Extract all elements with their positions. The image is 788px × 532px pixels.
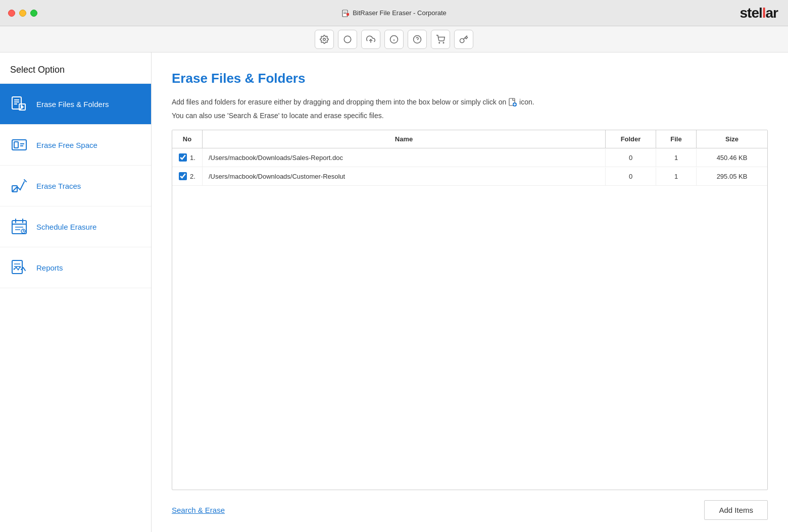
sidebar-item-label: Schedule Erasure <box>36 223 96 231</box>
svg-point-5 <box>344 36 351 43</box>
key-button[interactable] <box>454 30 473 49</box>
svg-point-4 <box>323 38 326 40</box>
erase-traces-icon <box>10 177 28 195</box>
maximize-button[interactable] <box>30 10 37 17</box>
refresh-button[interactable] <box>338 30 357 49</box>
svg-point-40 <box>16 267 17 269</box>
row2-no: 2. <box>172 167 203 185</box>
sidebar-item-label: Erase Free Space <box>36 141 97 149</box>
col-no: No <box>172 130 203 148</box>
sidebar-item-label: Reports <box>36 263 63 272</box>
erase-files-icon <box>10 95 28 113</box>
cart-button[interactable] <box>431 30 450 49</box>
table-row: 1. /Users/macbook/Downloads/Sales-Report… <box>172 148 767 167</box>
sidebar: Select Option Erase Files & Folders <box>0 52 152 532</box>
upload-button[interactable] <box>361 30 380 49</box>
add-items-button[interactable]: Add Items <box>704 500 768 520</box>
file-table: No Name Folder File Size 1. /Users/macbo… <box>172 130 768 490</box>
sidebar-item-erase-free-space[interactable]: Erase Free Space <box>0 125 151 166</box>
page-title: Erase Files & Folders <box>172 71 768 86</box>
sidebar-item-reports[interactable]: Reports <box>0 247 151 288</box>
col-name: Name <box>203 130 606 148</box>
svg-rect-14 <box>12 97 21 109</box>
row2-size: 295.05 KB <box>697 168 767 185</box>
schedule-erasure-icon <box>10 218 28 236</box>
row1-checkbox[interactable] <box>179 153 187 162</box>
stellar-logo: stellar <box>740 5 778 21</box>
footer-actions: Search & Erase Add Items <box>172 500 768 520</box>
svg-point-42 <box>20 267 21 268</box>
content-area: Erase Files & Folders Add files and fold… <box>152 52 788 532</box>
titlebar: BitRaser File Eraser - Corporate stellar <box>0 0 788 26</box>
window-title: BitRaser File Eraser - Corporate <box>341 9 447 17</box>
svg-point-39 <box>14 269 15 270</box>
add-file-inline-icon <box>508 98 517 107</box>
settings-button[interactable] <box>315 30 334 49</box>
traffic-lights <box>8 10 37 17</box>
row1-file: 1 <box>656 149 697 167</box>
help-button[interactable] <box>408 30 427 49</box>
row1-name: /Users/macbook/Downloads/Sales-Report.do… <box>203 149 606 167</box>
search-erase-link[interactable]: Search & Erase <box>172 506 225 514</box>
svg-rect-3 <box>347 13 349 16</box>
table-row: 2. /Users/macbook/Downloads/Customer-Res… <box>172 167 767 186</box>
sidebar-item-erase-files[interactable]: Erase Files & Folders <box>0 84 151 125</box>
toolbar <box>0 26 788 52</box>
row1-size: 450.46 KB <box>697 149 767 167</box>
erase-free-space-icon <box>10 136 28 154</box>
sidebar-header: Select Option <box>0 52 151 84</box>
row2-file: 1 <box>656 168 697 185</box>
svg-point-41 <box>18 269 19 271</box>
minimize-button[interactable] <box>19 10 26 17</box>
table-header: No Name Folder File Size <box>172 130 767 148</box>
close-button[interactable] <box>8 10 15 17</box>
reports-icon <box>10 258 28 277</box>
info-button[interactable] <box>384 30 404 49</box>
col-file: File <box>656 130 697 148</box>
svg-point-12 <box>439 42 440 43</box>
svg-point-13 <box>443 42 444 43</box>
sidebar-item-erase-traces[interactable]: Erase Traces <box>0 166 151 206</box>
sidebar-item-label: Erase Files & Folders <box>36 100 109 109</box>
row2-checkbox[interactable] <box>179 172 187 180</box>
row2-folder: 0 <box>606 168 656 185</box>
col-size: Size <box>697 130 767 148</box>
sidebar-item-label: Erase Traces <box>36 182 81 190</box>
sidebar-item-schedule-erasure[interactable]: Schedule Erasure <box>0 206 151 247</box>
row1-no: 1. <box>172 148 203 167</box>
description-1: Add files and folders for erasure either… <box>172 96 768 108</box>
row1-folder: 0 <box>606 149 656 167</box>
main-layout: Select Option Erase Files & Folders <box>0 52 788 532</box>
col-folder: Folder <box>606 130 656 148</box>
row2-name: /Users/macbook/Downloads/Customer-Resolu… <box>203 168 606 185</box>
app-icon <box>341 9 350 17</box>
svg-rect-22 <box>14 142 18 148</box>
description-2: You can also use 'Search & Erase' to loc… <box>172 112 768 120</box>
